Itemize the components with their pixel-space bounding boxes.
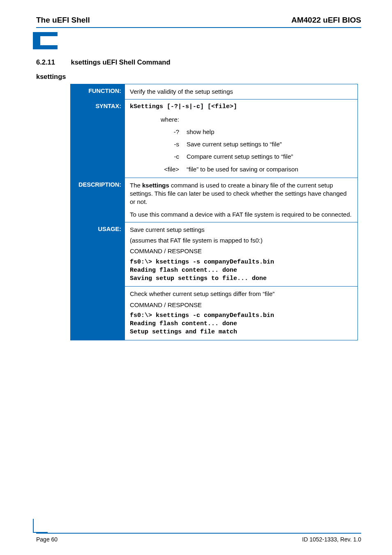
page-number: Page 60 xyxy=(36,536,58,543)
usage-code: fs0:\> ksettings -s companyDefaults.bin … xyxy=(130,258,353,283)
brand-logo-icon xyxy=(33,32,58,49)
usage-line: COMMAND / RESPONSE xyxy=(130,247,353,255)
section-title: ksettings uEFI Shell Command xyxy=(71,58,170,66)
description-label: DESCRIPTION: xyxy=(71,178,125,222)
table-row: DESCRIPTION: The ksettings command is us… xyxy=(71,178,358,222)
section-number: 6.2.11 xyxy=(36,58,69,66)
opt-key: -s xyxy=(142,140,179,148)
usage-line: COMMAND / RESPONSE xyxy=(130,301,353,309)
section-heading: 6.2.11 ksettings uEFI Shell Command xyxy=(36,58,361,66)
opt-desc: “file” to be used for saving or comparis… xyxy=(187,165,353,173)
footer-corner-icon xyxy=(33,519,48,533)
usage-line: Save current setup settings xyxy=(130,226,353,234)
usage-label: USAGE: xyxy=(71,222,125,340)
function-text: Verify the validity of the setup setting… xyxy=(125,84,358,99)
header-left: The uEFI Shell xyxy=(36,16,90,25)
footer-rule xyxy=(36,533,361,534)
syntax-label: SYNTAX: xyxy=(71,99,125,178)
where-label: where: xyxy=(142,116,179,124)
running-header: The uEFI Shell AM4022 uEFI BIOS xyxy=(36,16,361,25)
doc-id: ID 1052-1333, Rev. 1.0 xyxy=(302,536,361,543)
usage-line: (assumes that FAT file system is mapped … xyxy=(130,236,353,245)
opt-key: -c xyxy=(142,153,179,161)
subheading: ksettings xyxy=(36,73,361,81)
usage-content: Save current setup settings (assumes tha… xyxy=(125,222,358,340)
page: The uEFI Shell AM4022 uEFI BIOS 6.2.11 k… xyxy=(0,0,392,555)
syntax-code: kSettings [-?|-s|-c] [<file>] xyxy=(130,103,353,111)
spec-table: FUNCTION: Verify the validity of the set… xyxy=(70,84,358,340)
opt-desc: Save current setup settings to “file” xyxy=(187,140,353,148)
table-row: SYNTAX: kSettings [-?|-s|-c] [<file>] wh… xyxy=(71,99,358,178)
opt-desc: show help xyxy=(187,128,353,136)
table-row: USAGE: Save current setup settings (assu… xyxy=(71,222,358,340)
opt-key: -? xyxy=(142,128,179,136)
function-label: FUNCTION: xyxy=(71,84,125,99)
opt-desc: Compare current setup settings to “file” xyxy=(187,153,353,161)
opt-key: <file> xyxy=(142,165,179,173)
syntax-content: kSettings [-?|-s|-c] [<file>] where: -? … xyxy=(125,99,358,178)
description-para2: To use this command a device with a FAT … xyxy=(130,210,353,219)
header-rule xyxy=(36,27,361,28)
footer: Page 60 ID 1052-1333, Rev. 1.0 xyxy=(36,519,361,543)
table-row: FUNCTION: Verify the validity of the set… xyxy=(71,84,358,99)
header-right: AM4022 uEFI BIOS xyxy=(291,16,361,25)
usage-line: Check whether current setup settings dif… xyxy=(130,290,353,298)
description-content: The ksettings command is used to create … xyxy=(125,178,358,222)
description-para1: The ksettings command is used to create … xyxy=(130,181,353,206)
usage-code: fs0:\> ksettings -c companyDefaults.bin … xyxy=(130,312,353,337)
